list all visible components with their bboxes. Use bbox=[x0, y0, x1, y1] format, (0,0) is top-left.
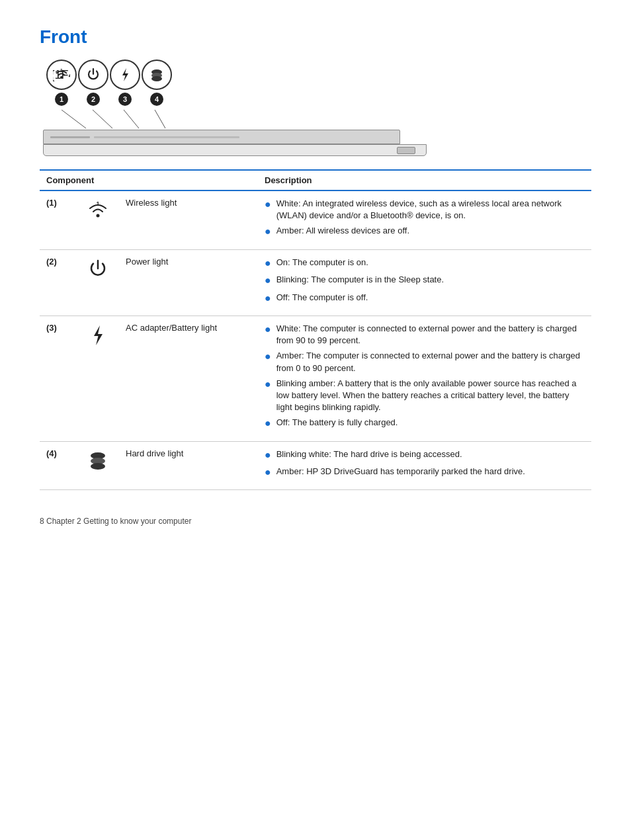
row-description: ●White: An integrated wireless device, s… bbox=[258, 190, 591, 249]
description-item: ●Blinking amber: A battery that is the o… bbox=[265, 378, 585, 414]
row-description: ●On: The computer is on.●Blinking: The c… bbox=[258, 249, 591, 315]
description-text: Blinking: The computer is in the Sleep s… bbox=[276, 274, 444, 286]
components-table: Component Description (1) 1 Wireless lig… bbox=[40, 169, 591, 490]
svg-text:1: 1 bbox=[96, 200, 99, 207]
num-badge-4: 4 bbox=[150, 93, 163, 106]
description-text: Off: The computer is off. bbox=[276, 292, 368, 304]
row-component-name: AC adapter/Battery light bbox=[119, 315, 258, 441]
svg-line-7 bbox=[93, 110, 112, 128]
bullet-icon: ● bbox=[265, 224, 271, 239]
icons-row: &#x{1F4F6} 1 bbox=[46, 60, 591, 90]
harddrive-icon bbox=[83, 448, 112, 474]
battery-icon-diagram bbox=[110, 60, 140, 90]
bullet-icon: ● bbox=[265, 256, 271, 271]
row-num: (2) bbox=[40, 249, 76, 315]
num-badge-3: 3 bbox=[118, 93, 132, 106]
svg-text:1: 1 bbox=[60, 68, 63, 73]
description-item: ●White: The computer is connected to ext… bbox=[265, 323, 585, 347]
description-item: ●On: The computer is on. bbox=[265, 257, 585, 271]
description-text: White: The computer is connected to exte… bbox=[276, 323, 585, 347]
description-item: ●Amber: The computer is connected to ext… bbox=[265, 350, 585, 374]
description-text: On: The computer is on. bbox=[276, 257, 368, 269]
row-component-name: Wireless light bbox=[119, 190, 258, 249]
description-text: Off: The battery is fully charged. bbox=[276, 417, 398, 429]
page-title: Front bbox=[40, 26, 591, 48]
svg-point-10 bbox=[96, 214, 99, 218]
svg-point-14 bbox=[91, 463, 105, 470]
num-badge-2: 2 bbox=[87, 93, 100, 106]
description-text: White: An integrated wireless device, su… bbox=[276, 198, 585, 222]
row-num: (1) bbox=[40, 190, 76, 249]
description-text: Amber: All wireless devices are off. bbox=[276, 225, 409, 237]
page-footer: 8 Chapter 2 Getting to know your compute… bbox=[40, 517, 591, 526]
row-component-name: Power light bbox=[119, 249, 258, 315]
row-description: ●White: The computer is connected to ext… bbox=[258, 315, 591, 441]
diagram-area: &#x{1F4F6} 1 bbox=[40, 60, 591, 156]
bullet-icon: ● bbox=[265, 197, 271, 212]
description-item: ●Off: The battery is fully charged. bbox=[265, 417, 585, 431]
laptop-diagram bbox=[43, 110, 591, 156]
bullet-icon: ● bbox=[265, 416, 271, 431]
bullet-icon: ● bbox=[265, 465, 271, 480]
header-description: Description bbox=[258, 170, 591, 190]
power-icon-diagram bbox=[78, 60, 108, 90]
description-item: ●Blinking: The computer is in the Sleep … bbox=[265, 274, 585, 288]
svg-line-9 bbox=[155, 110, 165, 128]
description-item: ●White: An integrated wireless device, s… bbox=[265, 198, 585, 222]
table-header-row: Component Description bbox=[40, 170, 591, 190]
bullet-icon: ● bbox=[265, 448, 271, 462]
bullet-icon: ● bbox=[265, 349, 271, 364]
row-icon bbox=[76, 249, 119, 315]
bullet-icon: ● bbox=[265, 273, 271, 288]
header-component: Component bbox=[40, 170, 258, 190]
power-icon bbox=[83, 257, 112, 282]
table-row: (3) AC adapter/Battery light●White: The … bbox=[40, 315, 591, 441]
row-icon bbox=[76, 315, 119, 441]
description-item: ●Blinking white: The hard drive is being… bbox=[265, 448, 585, 462]
row-component-name: Hard drive light bbox=[119, 441, 258, 490]
svg-point-5 bbox=[151, 76, 162, 81]
row-num: (3) bbox=[40, 315, 76, 441]
bullet-icon: ● bbox=[265, 377, 271, 392]
table-row: (1) 1 Wireless light●White: An integrate… bbox=[40, 190, 591, 249]
num-badge-1: 1 bbox=[55, 93, 68, 106]
description-item: ●Off: The computer is off. bbox=[265, 292, 585, 306]
row-num: (4) bbox=[40, 441, 76, 490]
svg-line-8 bbox=[124, 110, 139, 128]
row-icon bbox=[76, 441, 119, 490]
description-text: Blinking amber: A battery that is the on… bbox=[276, 378, 585, 414]
description-text: Amber: HP 3D DriveGuard has temporarily … bbox=[276, 466, 525, 478]
number-row: 1 2 3 4 bbox=[46, 93, 591, 106]
svg-point-1 bbox=[60, 76, 63, 79]
description-text: Amber: The computer is connected to exte… bbox=[276, 350, 585, 374]
description-item: ●Amber: HP 3D DriveGuard has temporarily… bbox=[265, 466, 585, 480]
harddrive-icon-diagram bbox=[142, 60, 172, 90]
wireless-icon: 1 bbox=[83, 198, 112, 223]
bullet-icon: ● bbox=[265, 291, 271, 306]
description-item: ●Amber: All wireless devices are off. bbox=[265, 225, 585, 239]
row-icon: 1 bbox=[76, 190, 119, 249]
description-text: Blinking white: The hard drive is being … bbox=[276, 448, 462, 460]
table-row: (4) Hard drive light●Blinking white: The… bbox=[40, 441, 591, 490]
bullet-icon: ● bbox=[265, 322, 271, 337]
wireless-icon-diagram: &#x{1F4F6} 1 bbox=[46, 60, 77, 90]
table-row: (2) Power light●On: The computer is on.●… bbox=[40, 249, 591, 315]
svg-line-6 bbox=[62, 110, 86, 128]
battery-icon bbox=[83, 323, 112, 348]
row-description: ●Blinking white: The hard drive is being… bbox=[258, 441, 591, 490]
